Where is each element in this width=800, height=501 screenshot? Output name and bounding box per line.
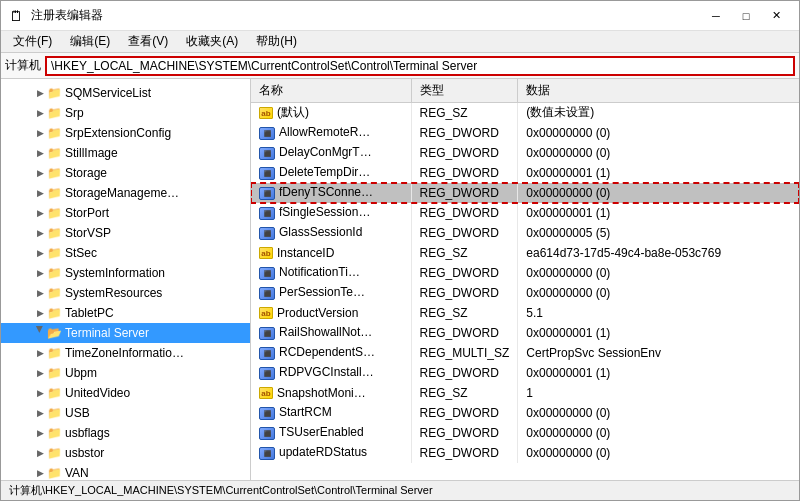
menu-help[interactable]: 帮助(H) bbox=[248, 31, 305, 52]
dword-icon: ⬛ bbox=[259, 127, 275, 140]
tree-item-tabletpc[interactable]: ▶ 📁 TabletPC bbox=[1, 303, 250, 323]
tree-arrow: ▶ bbox=[33, 248, 47, 258]
folder-icon: 📁 bbox=[47, 306, 63, 320]
col-header-data[interactable]: 数据 bbox=[518, 79, 799, 103]
table-row[interactable]: ⬛RailShowallNot…REG_DWORD0x00000001 (1) bbox=[251, 323, 799, 343]
table-row[interactable]: ⬛fSingleSession…REG_DWORD0x00000001 (1) bbox=[251, 203, 799, 223]
cell-name: ⬛PerSessionTe… bbox=[251, 283, 411, 303]
tree-item-terminalserver[interactable]: ▶ 📂 Terminal Server bbox=[1, 323, 250, 343]
tree-label: USB bbox=[65, 406, 90, 420]
tree-label: usbstor bbox=[65, 446, 104, 460]
tree-item-timezone[interactable]: ▶ 📁 TimeZoneInformatio… bbox=[1, 343, 250, 363]
tree-label: StorVSP bbox=[65, 226, 111, 240]
table-row[interactable]: ⬛PerSessionTe…REG_DWORD0x00000000 (0) bbox=[251, 283, 799, 303]
folder-icon: 📁 bbox=[47, 226, 63, 240]
tree-label: SystemResources bbox=[65, 286, 162, 300]
tree-item-srpext[interactable]: ▶ 📁 SrpExtensionConfig bbox=[1, 123, 250, 143]
tree-label: Storage bbox=[65, 166, 107, 180]
table-row[interactable]: ⬛GlassSessionIdREG_DWORD0x00000005 (5) bbox=[251, 223, 799, 243]
dword-icon: ⬛ bbox=[259, 187, 275, 200]
tree-arrow: ▶ bbox=[33, 88, 47, 98]
table-row[interactable]: ⬛RDPVGCInstall…REG_DWORD0x00000001 (1) bbox=[251, 363, 799, 383]
tree-item-sysinfo[interactable]: ▶ 📁 SystemInformation bbox=[1, 263, 250, 283]
table-row[interactable]: ab(默认)REG_SZ(数值未设置) bbox=[251, 103, 799, 123]
tree-item-usbflags[interactable]: ▶ 📁 usbflags bbox=[1, 423, 250, 443]
dword-icon: ⬛ bbox=[259, 227, 275, 240]
table-row[interactable]: ⬛NotificationTi…REG_DWORD0x00000000 (0) bbox=[251, 263, 799, 283]
cell-name: ⬛RDPVGCInstall… bbox=[251, 363, 411, 383]
folder-icon: 📁 bbox=[47, 266, 63, 280]
cell-data: 0x00000001 (1) bbox=[518, 203, 799, 223]
table-row[interactable]: ⬛fDenyTSConne…REG_DWORD0x00000000 (0) bbox=[251, 183, 799, 203]
folder-icon: 📁 bbox=[47, 286, 63, 300]
tree-item-stillimage[interactable]: ▶ 📁 StillImage bbox=[1, 143, 250, 163]
cell-type: REG_DWORD bbox=[411, 183, 518, 203]
folder-icon: 📁 bbox=[47, 466, 63, 480]
cell-data: 0x00000000 (0) bbox=[518, 403, 799, 423]
tree-label: StorageManageme… bbox=[65, 186, 179, 200]
tree-item-usbstor[interactable]: ▶ 📁 usbstor bbox=[1, 443, 250, 463]
table-row[interactable]: ⬛updateRDStatusREG_DWORD0x00000000 (0) bbox=[251, 443, 799, 463]
table-row[interactable]: ⬛DeleteTempDir…REG_DWORD0x00000001 (1) bbox=[251, 163, 799, 183]
sz-icon: ab bbox=[259, 107, 273, 119]
tree-panel[interactable]: ▶ 📁 SQMServiceList ▶ 📁 Srp ▶ 📁 SrpExtens… bbox=[1, 79, 251, 480]
tree-label: TabletPC bbox=[65, 306, 114, 320]
dword-icon: ⬛ bbox=[259, 347, 275, 360]
close-button[interactable]: ✕ bbox=[761, 5, 791, 27]
tree-arrow: ▶ bbox=[33, 448, 47, 458]
menu-bar: 文件(F) 编辑(E) 查看(V) 收藏夹(A) 帮助(H) bbox=[1, 31, 799, 53]
tree-item-storagemgmt[interactable]: ▶ 📁 StorageManageme… bbox=[1, 183, 250, 203]
tree-item-srp[interactable]: ▶ 📁 Srp bbox=[1, 103, 250, 123]
cell-name: ⬛RCDependentS… bbox=[251, 343, 411, 363]
cell-type: REG_DWORD bbox=[411, 323, 518, 343]
table-row[interactable]: abProductVersionREG_SZ5.1 bbox=[251, 303, 799, 323]
tree-arrow: ▶ bbox=[33, 408, 47, 418]
table-row[interactable]: ⬛TSUserEnabledREG_DWORD0x00000000 (0) bbox=[251, 423, 799, 443]
table-row[interactable]: ⬛StartRCMREG_DWORD0x00000000 (0) bbox=[251, 403, 799, 423]
tree-item-ubpm[interactable]: ▶ 📁 Ubpm bbox=[1, 363, 250, 383]
tree-item-unitedvideo[interactable]: ▶ 📁 UnitedVideo bbox=[1, 383, 250, 403]
cell-data: ea614d73-17d5-49c4-ba8e-053c769 bbox=[518, 243, 799, 263]
tree-arrow: ▶ bbox=[33, 228, 47, 238]
table-row[interactable]: ⬛RCDependentS…REG_MULTI_SZCertPropSvc Se… bbox=[251, 343, 799, 363]
tree-item-usb[interactable]: ▶ 📁 USB bbox=[1, 403, 250, 423]
tree-arrow: ▶ bbox=[33, 148, 47, 158]
cell-name: ⬛GlassSessionId bbox=[251, 223, 411, 243]
tree-label: TimeZoneInformatio… bbox=[65, 346, 184, 360]
main-content: ▶ 📁 SQMServiceList ▶ 📁 Srp ▶ 📁 SrpExtens… bbox=[1, 79, 799, 480]
menu-favorites[interactable]: 收藏夹(A) bbox=[178, 31, 246, 52]
table-row[interactable]: abInstanceIDREG_SZea614d73-17d5-49c4-ba8… bbox=[251, 243, 799, 263]
cell-type: REG_DWORD bbox=[411, 283, 518, 303]
dword-icon: ⬛ bbox=[259, 407, 275, 420]
col-header-name[interactable]: 名称 bbox=[251, 79, 411, 103]
tree-item-stsec[interactable]: ▶ 📁 StSec bbox=[1, 243, 250, 263]
tree-item-sysres[interactable]: ▶ 📁 SystemResources bbox=[1, 283, 250, 303]
tree-arrow: ▶ bbox=[33, 108, 47, 118]
cell-data: 0x00000005 (5) bbox=[518, 223, 799, 243]
folder-icon: 📁 bbox=[47, 246, 63, 260]
cell-type: REG_SZ bbox=[411, 383, 518, 403]
tree-item-sqm[interactable]: ▶ 📁 SQMServiceList bbox=[1, 83, 250, 103]
menu-file[interactable]: 文件(F) bbox=[5, 31, 60, 52]
table-row[interactable]: ⬛DelayConMgrT…REG_DWORD0x00000000 (0) bbox=[251, 143, 799, 163]
tree-item-van[interactable]: ▶ 📁 VAN bbox=[1, 463, 250, 480]
address-box[interactable]: \HKEY_LOCAL_MACHINE\SYSTEM\CurrentContro… bbox=[45, 56, 795, 76]
menu-view[interactable]: 查看(V) bbox=[120, 31, 176, 52]
tree-item-storport[interactable]: ▶ 📁 StorPort bbox=[1, 203, 250, 223]
tree-item-storage[interactable]: ▶ 📁 Storage bbox=[1, 163, 250, 183]
app-icon: 🗒 bbox=[9, 8, 25, 24]
table-row[interactable]: abSnapshotMoni…REG_SZ1 bbox=[251, 383, 799, 403]
registry-table[interactable]: 名称 类型 数据 ab(默认)REG_SZ(数值未设置)⬛AllowRemote… bbox=[251, 79, 799, 480]
cell-data: 0x00000000 (0) bbox=[518, 183, 799, 203]
table-row[interactable]: ⬛AllowRemoteR…REG_DWORD0x00000000 (0) bbox=[251, 123, 799, 143]
cell-data: 0x00000000 (0) bbox=[518, 263, 799, 283]
col-header-type[interactable]: 类型 bbox=[411, 79, 518, 103]
menu-edit[interactable]: 编辑(E) bbox=[62, 31, 118, 52]
tree-item-storvsp[interactable]: ▶ 📁 StorVSP bbox=[1, 223, 250, 243]
cell-name: ⬛DeleteTempDir… bbox=[251, 163, 411, 183]
maximize-button[interactable]: □ bbox=[731, 5, 761, 27]
address-label: 计算机 bbox=[5, 57, 41, 74]
cell-data: 5.1 bbox=[518, 303, 799, 323]
tree-label: StSec bbox=[65, 246, 97, 260]
minimize-button[interactable]: ─ bbox=[701, 5, 731, 27]
